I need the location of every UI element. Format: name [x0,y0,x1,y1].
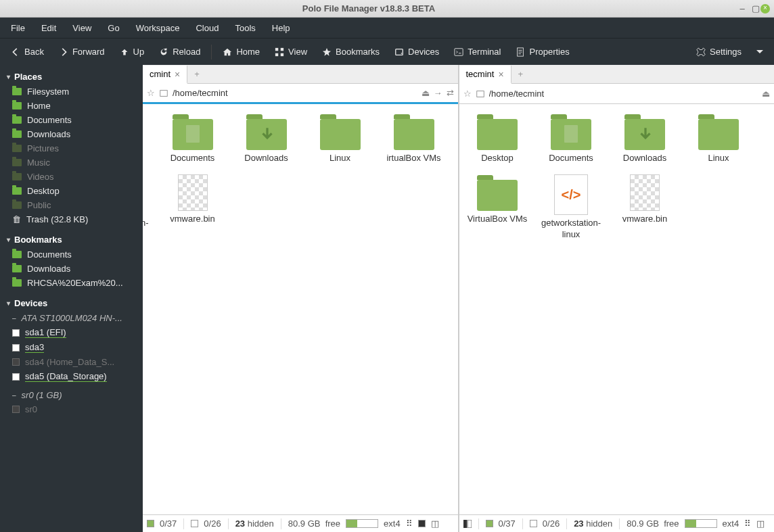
sidebar-place-home[interactable]: Home [0,99,143,113]
folder-icon [394,119,434,150]
sidebar-optical-group[interactable]: –sr0 (1 GB) [0,388,143,402]
sidebar-place-desktop[interactable]: Desktop [0,184,143,198]
sidebar-optical-dev[interactable]: sr0 [0,402,143,416]
menu-edit[interactable]: Edit [35,20,63,36]
sidebar-place-documents[interactable]: Documents [0,113,143,127]
tab[interactable]: cmint× [143,66,187,84]
sidebar-disk[interactable]: –ATA ST1000LM024 HN-... [0,311,143,325]
tab-strip: tecmint×+ [459,65,775,84]
file-item[interactable]: irtualBox VMs [378,111,449,166]
sidebar-place-downloads[interactable]: Downloads [0,127,143,141]
sidebar-place-videos[interactable]: Videos [0,170,143,184]
view-mode-icon[interactable]: ⠿ [744,518,751,529]
maximize-button[interactable]: ▢ [751,4,760,14]
new-tab-button[interactable]: + [187,65,206,83]
file-item[interactable]: Downloads [231,111,302,166]
menu-tools[interactable]: Tools [228,20,262,36]
up-button[interactable]: Up [113,43,152,60]
eject-icon[interactable]: ⏏ [762,89,770,99]
new-tab-button[interactable]: + [511,65,530,83]
path-input[interactable] [489,89,758,99]
bookmarks-button[interactable]: Bookmarks [315,43,386,60]
menu-file[interactable]: File [4,20,32,36]
forward-button[interactable]: Forward [52,43,112,60]
sidebar-bookmark[interactable]: Documents [0,247,143,262]
file-item[interactable]: Documents [157,111,228,166]
file-count-icon [530,520,537,527]
path-bar: ☆ ⏏ [459,84,775,104]
terminal-button[interactable]: Terminal [447,43,507,60]
settings-button[interactable]: Settings [689,43,748,60]
window-title: Polo File Manager v18.8.3 BETA [4,3,733,14]
disk-icon[interactable] [476,89,485,99]
file-item[interactable]: vmware.bin [610,172,681,243]
folder-icon [320,119,361,150]
svg-rect-3 [281,53,283,55]
devices-header[interactable]: ▾Devices [0,295,143,311]
menu-go[interactable]: Go [101,20,126,36]
view-mode-icon[interactable]: ⠿ [406,518,413,529]
menubar: File Edit View Go Workspace Cloud Tools … [0,18,774,38]
file-area[interactable]: DesktopDocumentsDownloadsLinuxirtualBox … [143,104,458,514]
tab[interactable]: tecmint× [459,66,511,84]
menu-workspace[interactable]: Workspace [129,20,187,36]
preview-toggle-icon[interactable]: ◫ [431,518,439,529]
sidebar-bookmark[interactable]: RHCSA%20Exam%20... [0,276,143,290]
file-item[interactable]: Documents [536,111,607,166]
view-button[interactable]: View [268,43,314,60]
sidebar-place-pictures[interactable]: Pictures [0,141,143,155]
menu-cloud[interactable]: Cloud [189,20,225,36]
tab-close-icon[interactable]: × [498,69,503,80]
file-item[interactable]: Linux [304,111,375,166]
eject-icon[interactable]: ⏏ [422,88,430,98]
bookmarks-header[interactable]: ▾Bookmarks [0,232,143,247]
tab-close-icon[interactable]: × [175,69,180,80]
file-item[interactable]: </>getworkstation-linux [536,172,607,243]
sidebar-partition[interactable]: sda1 (EFI) [0,325,143,340]
sidebar-place-music[interactable]: Music [0,155,143,170]
home-button[interactable]: Home [216,43,267,60]
toolbar-menu-button[interactable] [750,45,770,59]
places-header[interactable]: ▾Places [0,69,143,84]
devices-button[interactable]: Devices [388,43,446,60]
bookmark-star-icon[interactable]: ☆ [147,88,155,98]
file-label: getworkstation-linux [539,218,604,240]
terminal-toggle-icon[interactable] [418,520,426,527]
sidebar-place-filesystem[interactable]: Filesystem [0,84,143,99]
swap-icon[interactable]: ⇄ [447,88,454,98]
file-item[interactable]: Downloads [610,111,681,166]
folder-icon [12,116,22,124]
menu-help[interactable]: Help [265,20,297,36]
file-item[interactable]: vmware.bin [157,172,228,243]
file-item[interactable]: Desktop [462,111,533,166]
disk-icon[interactable] [159,89,168,98]
dual-pane-icon[interactable] [463,520,472,528]
file-area[interactable]: DesktopDocumentsDownloadsLinuxVirtualBox… [459,104,775,514]
preview-toggle-icon[interactable]: ◫ [756,518,765,529]
sidebar-place-public[interactable]: Public [0,198,143,212]
folder-icon [173,119,213,150]
minimize-button[interactable]: – [737,4,747,14]
path-input[interactable] [173,88,417,98]
file-label: Downloads [623,153,666,164]
sidebar-partition[interactable]: sda3 [0,340,143,355]
file-label: vmware.bin [622,214,667,224]
menu-view[interactable]: View [66,20,98,36]
file-item[interactable]: </>getworkstation-linux [143,172,154,243]
reload-button[interactable]: Reload [152,43,207,60]
close-button[interactable]: × [760,4,770,14]
file-item[interactable]: VirtualBox VMs [462,172,533,243]
go-icon[interactable]: → [434,88,442,98]
sidebar-partition[interactable]: sda4 (Home_Data_S... [0,355,143,369]
sidebar-partition[interactable]: sda5 (Data_Storage) [0,369,143,384]
sidebar-trash[interactable]: 🗑Trash (32.8 KB) [0,212,143,226]
folder-icon [12,130,22,138]
file-item[interactable]: Desktop [143,111,154,166]
properties-button[interactable]: Properties [509,43,576,60]
back-button[interactable]: Back [4,43,51,60]
file-item[interactable]: Linux [683,111,754,166]
sidebar-bookmark[interactable]: Downloads [0,262,143,276]
bookmark-star-icon[interactable]: ☆ [463,89,472,99]
status-bar: 0/37 0/26 23 hidden 80.9 GB free ext4 ⠿ … [143,514,458,532]
folder-icon [12,159,22,166]
